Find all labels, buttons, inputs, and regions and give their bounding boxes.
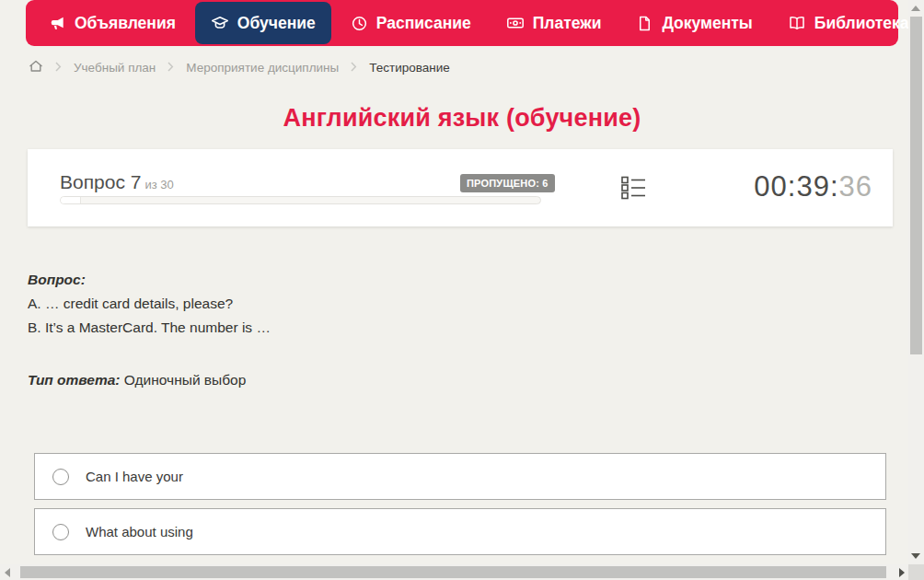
question-list-icon[interactable] <box>621 176 646 203</box>
scroll-up-arrow[interactable] <box>911 6 920 11</box>
answer-type: Тип ответа: Одиночный выбор <box>28 372 246 389</box>
scroll-left-arrow[interactable] <box>5 568 10 577</box>
home-icon[interactable] <box>29 59 43 76</box>
nav-item-documents[interactable]: Документы <box>620 2 768 44</box>
clock-icon <box>351 15 368 32</box>
payments-icon <box>506 14 525 32</box>
graduation-cap-icon <box>211 14 229 32</box>
breadcrumb-discipline-event[interactable]: Мероприятие дисциплины <box>186 61 339 75</box>
horizontal-scrollbar[interactable] <box>0 564 908 580</box>
nav-item-label: Библиотека <box>814 14 909 33</box>
scroll-right-arrow[interactable] <box>899 568 905 577</box>
nav-item-label: Расписание <box>376 14 471 33</box>
answer-option-2[interactable]: What about using <box>34 508 886 555</box>
horizontal-scrollbar-thumb[interactable] <box>20 566 886 578</box>
radio-button[interactable] <box>52 524 69 540</box>
answer-option-label: Can I have your <box>86 469 183 484</box>
question-label: Вопрос: <box>28 268 271 292</box>
book-icon <box>788 14 806 32</box>
skipped-badge: ПРОПУЩЕНО: 6 <box>460 174 555 192</box>
scroll-down-arrow[interactable] <box>911 553 920 559</box>
nav-item-label: Документы <box>662 14 752 33</box>
nav-item-announcements[interactable]: Объявления <box>33 2 191 44</box>
answer-option-1[interactable]: Can I have your <box>34 453 886 500</box>
test-page: Объявления Обучение Расписание Платежи Д <box>0 0 924 580</box>
page-title: Английский язык (обучение) <box>0 104 924 133</box>
nav-item-label: Обучение <box>237 14 316 33</box>
question-line-a: A. … credit card details, please? <box>28 292 271 316</box>
answer-type-value: Одиночный выбор <box>124 372 247 388</box>
scrollbar-corner <box>908 564 924 580</box>
nav-item-learning[interactable]: Обучение <box>195 2 331 44</box>
answer-option-label: What about using <box>86 524 193 539</box>
nav-item-label: Объявления <box>75 14 176 33</box>
timer-seconds: 36 <box>839 170 872 203</box>
question-progress-fill <box>61 197 81 203</box>
chevron-right-icon <box>351 61 357 75</box>
vertical-scrollbar[interactable] <box>908 0 924 564</box>
chevron-right-icon <box>167 61 174 75</box>
nav-item-label: Платежи <box>533 14 602 33</box>
main-nav-bar: Объявления Обучение Расписание Платежи Д <box>26 0 898 46</box>
breadcrumb-study-plan[interactable]: Учебный план <box>74 61 156 75</box>
nav-item-library[interactable]: Библиотека <box>772 2 924 44</box>
question-number: Вопрос 7из 30 <box>60 171 174 193</box>
megaphone-icon <box>49 15 66 32</box>
question-total: из 30 <box>144 178 173 191</box>
question-timer: 00:39:36 <box>754 170 872 203</box>
chevron-right-icon <box>55 61 62 75</box>
radio-button[interactable] <box>52 469 69 485</box>
timer-main: 00:39: <box>754 170 838 203</box>
question-line-b: B. It’s a MasterCard. The number is … <box>28 316 271 340</box>
document-icon <box>636 15 653 32</box>
answer-type-label: Тип ответа: <box>28 372 121 388</box>
question-status-panel: Вопрос 7из 30 ПРОПУЩЕНО: 6 00:39:36 <box>28 149 893 226</box>
question-text: Вопрос: A. … credit card details, please… <box>28 268 271 340</box>
breadcrumb-testing: Тестирование <box>369 61 450 75</box>
nav-item-schedule[interactable]: Расписание <box>335 2 487 44</box>
breadcrumb: Учебный план Мероприятие дисциплины Тест… <box>29 57 450 77</box>
question-progress-bar <box>60 196 541 204</box>
vertical-scrollbar-thumb[interactable] <box>910 17 922 354</box>
nav-item-payments[interactable]: Платежи <box>491 2 618 44</box>
